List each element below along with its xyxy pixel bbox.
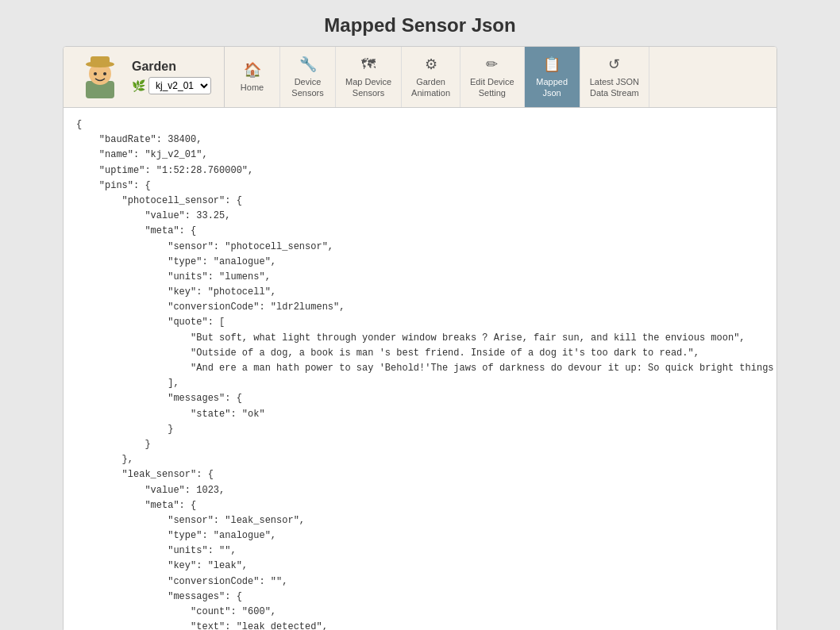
tab-latest-json[interactable]: ↺ Latest JSONData Stream bbox=[580, 47, 649, 107]
tab-garden-animation[interactable]: ⚙ GardenAnimation bbox=[402, 47, 460, 107]
tab-latest-json-label: Latest JSONData Stream bbox=[590, 76, 639, 99]
device-sensors-icon: 🔧 bbox=[299, 56, 317, 74]
tab-device-sensors[interactable]: 🔧 DeviceSensors bbox=[280, 47, 336, 107]
tab-mapped-json-label: MappedJson bbox=[536, 76, 568, 99]
tab-edit-device-setting-label: Edit DeviceSetting bbox=[470, 76, 514, 99]
tab-mapped-json[interactable]: 📋 MappedJson bbox=[525, 47, 580, 107]
tab-map-device-sensors-label: Map DeviceSensors bbox=[345, 76, 391, 99]
leaf-icon: 🌿 bbox=[132, 79, 145, 92]
svg-point-5 bbox=[103, 72, 106, 75]
avatar bbox=[76, 53, 124, 101]
tab-garden-animation-label: GardenAnimation bbox=[411, 76, 450, 99]
mapped-json-icon: 📋 bbox=[543, 56, 561, 74]
device-selector: 🌿 kj_v2_01 bbox=[132, 77, 211, 94]
svg-rect-3 bbox=[91, 56, 110, 66]
latest-json-icon: ↺ bbox=[608, 56, 620, 74]
device-name: Garden bbox=[132, 60, 211, 74]
content-area: { "baudRate": 38400, "name": "kj_v2_01",… bbox=[64, 108, 776, 630]
map-device-sensors-icon: 🗺 bbox=[361, 56, 376, 74]
edit-device-setting-icon: ✏ bbox=[486, 56, 498, 74]
nav-tabs: 🏠 Home 🔧 DeviceSensors 🗺 Map DeviceSenso… bbox=[225, 47, 776, 107]
tab-device-sensors-label: DeviceSensors bbox=[291, 76, 323, 99]
tab-edit-device-setting[interactable]: ✏ Edit DeviceSetting bbox=[460, 47, 525, 107]
device-select[interactable]: kj_v2_01 bbox=[148, 77, 211, 94]
top-bar: Garden 🌿 kj_v2_01 🏠 Home 🔧 DeviceSensors… bbox=[64, 47, 776, 108]
json-display: { "baudRate": 38400, "name": "kj_v2_01",… bbox=[64, 108, 776, 630]
tab-home-label: Home bbox=[241, 82, 264, 93]
device-info: Garden 🌿 kj_v2_01 bbox=[64, 47, 225, 107]
tab-map-device-sensors[interactable]: 🗺 Map DeviceSensors bbox=[336, 47, 402, 107]
garden-animation-icon: ⚙ bbox=[425, 56, 437, 74]
app-container: Garden 🌿 kj_v2_01 🏠 Home 🔧 DeviceSensors… bbox=[63, 46, 777, 630]
tab-home[interactable]: 🏠 Home bbox=[225, 47, 280, 107]
svg-point-4 bbox=[94, 72, 97, 75]
page-title: Mapped Sensor Json bbox=[324, 0, 515, 46]
home-icon: 🏠 bbox=[244, 61, 261, 79]
